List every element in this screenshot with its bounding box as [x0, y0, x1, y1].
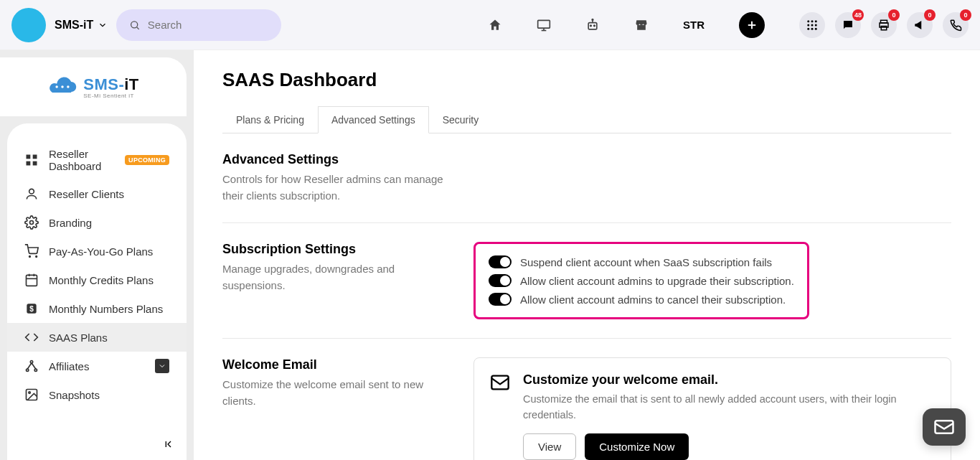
calendar-icon	[24, 273, 39, 287]
sidebar-item-branding[interactable]: Branding	[7, 208, 187, 237]
section-heading: Subscription Settings	[222, 242, 445, 257]
main-content: SAAS Dashboard Plans & Pricing Advanced …	[194, 50, 980, 460]
brand-dropdown[interactable]: SMS-iT	[55, 19, 108, 32]
chat-badge: 48	[852, 9, 864, 21]
chat-button[interactable]: 48	[835, 12, 861, 38]
svg-point-47	[29, 392, 31, 394]
gear-icon	[24, 215, 39, 230]
mail-icon	[933, 416, 955, 438]
svg-line-44	[27, 363, 32, 369]
layout: SMS-iT SE-Mi Sentient iT Reseller Dashbo…	[0, 50, 980, 460]
svg-rect-29	[27, 161, 31, 166]
chevron-down-icon	[158, 362, 166, 370]
highlight-box: Suspend client account when SaaS subscri…	[473, 242, 809, 319]
page-title: SAAS Dashboard	[222, 69, 951, 91]
sidebar-item-saas-plans[interactable]: SAAS Plans	[7, 323, 187, 352]
sidebar-item-label: Snapshots	[49, 389, 100, 401]
svg-point-32	[30, 221, 34, 225]
search-icon	[129, 19, 141, 32]
chat-icon	[842, 19, 854, 32]
sidebar-item-label: Monthly Credits Plans	[49, 274, 154, 286]
sidebar-item-reseller-clients[interactable]: Reseller Clients	[7, 179, 187, 208]
sidebar-item-affiliates[interactable]: Affiliates	[7, 352, 187, 380]
robot-icon[interactable]	[585, 18, 600, 32]
cart-icon	[24, 244, 39, 258]
svg-rect-2	[538, 20, 550, 28]
megaphone-icon	[913, 19, 926, 32]
toggle-cancel[interactable]	[489, 293, 512, 306]
section-welcome-email: Welcome Email Customize the welcome emai…	[222, 339, 951, 460]
svg-point-7	[594, 25, 595, 27]
view-button[interactable]: View	[523, 433, 576, 460]
chat-fab[interactable]	[923, 408, 966, 446]
collapse-sidebar-button[interactable]	[164, 438, 175, 453]
svg-point-41	[30, 361, 32, 363]
sidebar-item-label: Reseller Clients	[49, 188, 124, 200]
store-icon[interactable]	[634, 18, 649, 32]
card-title: Customize your welcome email.	[523, 372, 935, 388]
logo-text: SMS-iT	[83, 75, 139, 93]
svg-rect-50	[936, 421, 953, 433]
sidebar-item-reseller-dashboard[interactable]: Reseller Dashboard UPCOMING	[7, 141, 187, 179]
search-box[interactable]	[116, 9, 281, 41]
section-heading: Advanced Settings	[222, 152, 445, 167]
home-icon[interactable]	[488, 18, 502, 32]
search-input[interactable]	[148, 19, 268, 31]
str-button[interactable]: STR	[683, 19, 705, 31]
printer-button[interactable]: 0	[871, 12, 897, 38]
svg-point-19	[811, 27, 814, 29]
phone-button[interactable]: 0	[943, 12, 969, 38]
welcome-email-card: Customize your welcome email. Customize …	[473, 357, 951, 460]
upcoming-badge: UPCOMING	[125, 155, 169, 165]
svg-rect-35	[27, 275, 37, 286]
megaphone-button[interactable]: 0	[907, 12, 933, 38]
phone-icon	[949, 19, 962, 32]
tab-advanced-settings[interactable]: Advanced Settings	[318, 106, 429, 133]
svg-point-33	[29, 256, 31, 258]
printer-badge: 0	[888, 9, 900, 21]
logo-subtext: SE-Mi Sentient iT	[83, 93, 139, 99]
svg-point-13	[811, 20, 814, 22]
svg-point-18	[807, 27, 809, 29]
sidebar-item-monthly-numbers[interactable]: $ Monthly Numbers Plans	[7, 294, 187, 323]
sidebar-nav: Reseller Dashboard UPCOMING Reseller Cli…	[7, 123, 187, 460]
svg-text:$: $	[29, 305, 34, 313]
tab-plans-pricing[interactable]: Plans & Pricing	[222, 106, 318, 133]
toggle-upgrade[interactable]	[489, 274, 512, 287]
svg-point-24	[56, 85, 59, 88]
tab-security[interactable]: Security	[429, 106, 493, 133]
svg-rect-49	[491, 376, 508, 390]
svg-point-31	[29, 189, 34, 194]
section-heading: Welcome Email	[222, 357, 445, 372]
printer-icon	[877, 19, 890, 32]
toggle-suspend[interactable]	[489, 255, 512, 268]
monitor-icon[interactable]	[537, 18, 551, 32]
avatar[interactable]	[11, 8, 46, 42]
phone-badge: 0	[960, 9, 971, 21]
svg-point-42	[27, 369, 29, 371]
svg-point-0	[131, 21, 138, 27]
sidebar-logo[interactable]: SMS-iT SE-Mi Sentient iT	[0, 57, 187, 116]
toggle-row-cancel: Allow client account admins to cancel th…	[489, 290, 794, 309]
svg-point-14	[815, 20, 817, 22]
section-desc: Customize the welcome email sent to new …	[222, 377, 445, 409]
add-button[interactable]	[739, 12, 765, 38]
topbar: SMS-iT STR 48	[0, 0, 980, 50]
section-advanced-settings: Advanced Settings Controls for how Resel…	[222, 133, 951, 223]
sidebar-item-label: Affiliates	[49, 360, 89, 372]
expand-toggle[interactable]	[155, 359, 169, 373]
apps-grid-button[interactable]	[799, 12, 825, 38]
toggle-label: Allow client account admins to upgrade t…	[520, 275, 794, 287]
svg-point-25	[61, 85, 64, 88]
cloud-icon	[47, 77, 77, 97]
sidebar-item-monthly-credits[interactable]: Monthly Credits Plans	[7, 266, 187, 294]
sidebar-item-snapshots[interactable]: Snapshots	[7, 380, 187, 409]
svg-point-34	[36, 256, 37, 258]
svg-point-26	[67, 85, 70, 88]
svg-point-43	[34, 369, 37, 371]
section-subscription-settings: Subscription Settings Manage upgrades, d…	[222, 223, 951, 339]
sidebar-item-payg-plans[interactable]: Pay-As-You-Go Plans	[7, 237, 187, 266]
svg-point-15	[807, 24, 809, 26]
dashboard-icon	[24, 153, 39, 167]
customize-now-button[interactable]: Customize Now	[585, 433, 689, 460]
